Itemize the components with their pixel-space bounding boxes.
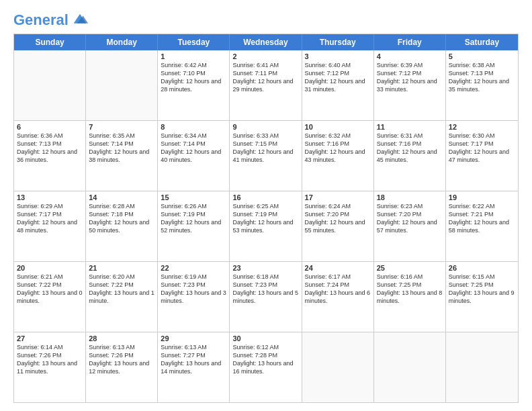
cal-cell [446, 332, 518, 402]
day-info: Sunrise: 6:33 AM Sunset: 7:15 PM Dayligh… [232, 132, 298, 165]
day-number: 27 [17, 334, 83, 342]
day-info: Sunrise: 6:21 AM Sunset: 7:22 PM Dayligh… [17, 273, 83, 306]
cal-cell [86, 50, 158, 120]
day-number: 17 [305, 193, 371, 201]
day-number: 8 [161, 123, 226, 131]
day-info: Sunrise: 6:16 AM Sunset: 7:25 PM Dayligh… [377, 273, 443, 306]
cal-cell: 21Sunrise: 6:20 AM Sunset: 7:22 PM Dayli… [86, 262, 158, 332]
cal-header-sunday: Sunday [14, 34, 86, 50]
cal-cell: 14Sunrise: 6:28 AM Sunset: 7:18 PM Dayli… [86, 191, 158, 261]
day-number: 15 [161, 193, 226, 201]
day-number: 16 [232, 193, 298, 201]
day-number: 19 [449, 193, 515, 201]
day-info: Sunrise: 6:42 AM Sunset: 7:10 PM Dayligh… [161, 61, 226, 94]
cal-week-3: 20Sunrise: 6:21 AM Sunset: 7:22 PM Dayli… [14, 261, 518, 332]
day-info: Sunrise: 6:39 AM Sunset: 7:12 PM Dayligh… [377, 61, 443, 94]
cal-week-2: 13Sunrise: 6:29 AM Sunset: 7:17 PM Dayli… [14, 191, 518, 261]
day-info: Sunrise: 6:12 AM Sunset: 7:28 PM Dayligh… [232, 343, 298, 376]
header: General [13, 11, 519, 27]
day-number: 6 [17, 123, 83, 131]
day-info: Sunrise: 6:25 AM Sunset: 7:19 PM Dayligh… [232, 202, 298, 235]
day-number: 26 [449, 264, 515, 272]
cal-cell: 16Sunrise: 6:25 AM Sunset: 7:19 PM Dayli… [230, 191, 302, 261]
cal-cell: 26Sunrise: 6:15 AM Sunset: 7:25 PM Dayli… [446, 262, 518, 332]
day-info: Sunrise: 6:20 AM Sunset: 7:22 PM Dayligh… [89, 273, 154, 306]
cal-cell: 18Sunrise: 6:23 AM Sunset: 7:20 PM Dayli… [374, 191, 446, 261]
logo: General [13, 11, 89, 27]
day-number: 23 [232, 264, 298, 272]
cal-cell: 9Sunrise: 6:33 AM Sunset: 7:15 PM Daylig… [230, 121, 302, 191]
cal-cell: 20Sunrise: 6:21 AM Sunset: 7:22 PM Dayli… [14, 262, 86, 332]
day-number: 1 [161, 52, 226, 60]
cal-cell: 2Sunrise: 6:41 AM Sunset: 7:11 PM Daylig… [230, 50, 302, 120]
day-number: 11 [377, 123, 443, 131]
day-info: Sunrise: 6:32 AM Sunset: 7:16 PM Dayligh… [305, 132, 371, 165]
day-info: Sunrise: 6:41 AM Sunset: 7:11 PM Dayligh… [232, 61, 298, 94]
day-info: Sunrise: 6:30 AM Sunset: 7:17 PM Dayligh… [449, 132, 515, 165]
cal-header-tuesday: Tuesday [158, 34, 230, 50]
day-info: Sunrise: 6:14 AM Sunset: 7:26 PM Dayligh… [17, 343, 83, 376]
day-number: 25 [377, 264, 443, 272]
cal-cell: 27Sunrise: 6:14 AM Sunset: 7:26 PM Dayli… [14, 332, 86, 402]
calendar: SundayMondayTuesdayWednesdayThursdayFrid… [13, 34, 519, 403]
cal-cell: 25Sunrise: 6:16 AM Sunset: 7:25 PM Dayli… [374, 262, 446, 332]
day-number: 29 [161, 334, 226, 342]
cal-header-monday: Monday [86, 34, 158, 50]
cal-cell: 22Sunrise: 6:19 AM Sunset: 7:23 PM Dayli… [158, 262, 230, 332]
day-number: 13 [17, 193, 83, 201]
cal-cell: 30Sunrise: 6:12 AM Sunset: 7:28 PM Dayli… [230, 332, 302, 402]
day-info: Sunrise: 6:26 AM Sunset: 7:19 PM Dayligh… [161, 202, 226, 235]
calendar-header-row: SundayMondayTuesdayWednesdayThursdayFrid… [14, 34, 518, 50]
day-info: Sunrise: 6:15 AM Sunset: 7:25 PM Dayligh… [449, 273, 515, 306]
cal-cell: 6Sunrise: 6:36 AM Sunset: 7:13 PM Daylig… [14, 121, 86, 191]
day-number: 10 [305, 123, 371, 131]
day-info: Sunrise: 6:35 AM Sunset: 7:14 PM Dayligh… [89, 132, 154, 165]
cal-cell: 24Sunrise: 6:17 AM Sunset: 7:24 PM Dayli… [302, 262, 374, 332]
day-info: Sunrise: 6:22 AM Sunset: 7:21 PM Dayligh… [449, 202, 515, 235]
cal-cell: 11Sunrise: 6:31 AM Sunset: 7:16 PM Dayli… [374, 121, 446, 191]
day-number: 24 [305, 264, 371, 272]
day-info: Sunrise: 6:40 AM Sunset: 7:12 PM Dayligh… [305, 61, 371, 94]
cal-header-thursday: Thursday [302, 34, 374, 50]
day-number: 12 [449, 123, 515, 131]
cal-cell: 23Sunrise: 6:18 AM Sunset: 7:23 PM Dayli… [230, 262, 302, 332]
cal-week-4: 27Sunrise: 6:14 AM Sunset: 7:26 PM Dayli… [14, 332, 518, 402]
logo-text: General [13, 12, 69, 28]
day-info: Sunrise: 6:13 AM Sunset: 7:26 PM Dayligh… [89, 343, 154, 376]
day-info: Sunrise: 6:28 AM Sunset: 7:18 PM Dayligh… [89, 202, 154, 235]
day-number: 21 [89, 264, 154, 272]
day-info: Sunrise: 6:17 AM Sunset: 7:24 PM Dayligh… [305, 273, 371, 306]
day-number: 2 [232, 52, 298, 60]
cal-cell [14, 50, 86, 120]
cal-cell [374, 332, 446, 402]
day-info: Sunrise: 6:38 AM Sunset: 7:13 PM Dayligh… [449, 61, 515, 94]
day-info: Sunrise: 6:34 AM Sunset: 7:14 PM Dayligh… [161, 132, 226, 165]
day-info: Sunrise: 6:13 AM Sunset: 7:27 PM Dayligh… [161, 343, 226, 376]
cal-cell: 10Sunrise: 6:32 AM Sunset: 7:16 PM Dayli… [302, 121, 374, 191]
cal-cell: 5Sunrise: 6:38 AM Sunset: 7:13 PM Daylig… [446, 50, 518, 120]
cal-cell: 28Sunrise: 6:13 AM Sunset: 7:26 PM Dayli… [86, 332, 158, 402]
cal-cell: 17Sunrise: 6:24 AM Sunset: 7:20 PM Dayli… [302, 191, 374, 261]
day-number: 5 [449, 52, 515, 60]
day-number: 20 [17, 264, 83, 272]
day-number: 22 [161, 264, 226, 272]
page: General SundayMondayTuesdayWednesdayThur… [0, 0, 532, 411]
day-info: Sunrise: 6:29 AM Sunset: 7:17 PM Dayligh… [17, 202, 83, 235]
cal-cell: 15Sunrise: 6:26 AM Sunset: 7:19 PM Dayli… [158, 191, 230, 261]
cal-cell: 3Sunrise: 6:40 AM Sunset: 7:12 PM Daylig… [302, 50, 374, 120]
cal-cell: 8Sunrise: 6:34 AM Sunset: 7:14 PM Daylig… [158, 121, 230, 191]
cal-header-wednesday: Wednesday [230, 34, 302, 50]
day-info: Sunrise: 6:23 AM Sunset: 7:20 PM Dayligh… [377, 202, 443, 235]
day-info: Sunrise: 6:19 AM Sunset: 7:23 PM Dayligh… [161, 273, 226, 306]
logo-icon [71, 11, 89, 30]
day-info: Sunrise: 6:18 AM Sunset: 7:23 PM Dayligh… [232, 273, 298, 306]
day-info: Sunrise: 6:36 AM Sunset: 7:13 PM Dayligh… [17, 132, 83, 165]
cal-week-0: 1Sunrise: 6:42 AM Sunset: 7:10 PM Daylig… [14, 50, 518, 120]
cal-cell: 4Sunrise: 6:39 AM Sunset: 7:12 PM Daylig… [374, 50, 446, 120]
cal-cell: 12Sunrise: 6:30 AM Sunset: 7:17 PM Dayli… [446, 121, 518, 191]
day-number: 30 [232, 334, 298, 342]
cal-cell [302, 332, 374, 402]
day-number: 9 [232, 123, 298, 131]
cal-header-saturday: Saturday [446, 34, 518, 50]
day-info: Sunrise: 6:24 AM Sunset: 7:20 PM Dayligh… [305, 202, 371, 235]
